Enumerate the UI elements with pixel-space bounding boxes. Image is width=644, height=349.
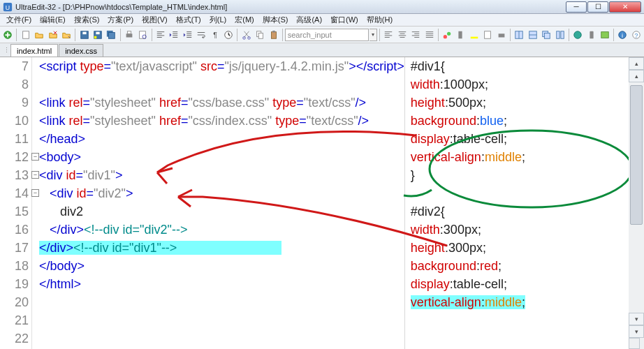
page-setup-icon[interactable] <box>481 28 494 42</box>
menu-column[interactable]: 列(L) <box>206 14 230 26</box>
show-spaces-icon[interactable]: ¶ <box>208 28 221 42</box>
svg-rect-8 <box>94 36 97 38</box>
menu-format[interactable]: 格式(T) <box>173 14 205 26</box>
code-line: <div id="div1"> <box>32 166 404 184</box>
close-button[interactable]: ✕ <box>609 1 641 13</box>
cut-icon[interactable] <box>240 28 252 42</box>
window-hsplit-icon[interactable] <box>527 28 539 42</box>
align-center-icon[interactable] <box>395 28 408 42</box>
word-wrap-icon[interactable] <box>195 28 207 42</box>
menu-file[interactable]: 文件(F) <box>3 14 35 26</box>
separator <box>16 29 17 41</box>
line-number: 8 <box>0 75 31 94</box>
indent-icon[interactable] <box>182 28 194 42</box>
close-file-icon[interactable] <box>46 28 59 42</box>
save-as-icon[interactable] <box>92 28 104 42</box>
line-number: 21 <box>0 311 31 329</box>
new-doc-icon[interactable] <box>19 28 31 42</box>
svg-rect-21 <box>271 31 276 38</box>
datetime-icon[interactable] <box>222 28 235 42</box>
separator <box>569 29 569 41</box>
editor-area: 7 8 9 10 11 12− 13− 14− 15 16 17 18 19 2… <box>0 57 629 349</box>
line-number: 19 <box>0 275 31 293</box>
map-icon[interactable] <box>599 28 611 42</box>
window-title: UltraEdit-32 - [D:\PHPnow\htdocs\Templat… <box>15 3 566 11</box>
globe-icon[interactable] <box>571 28 584 42</box>
search-dropdown-icon[interactable]: ▾ <box>369 29 377 41</box>
svg-rect-5 <box>82 31 86 34</box>
separator <box>438 29 439 41</box>
line-gutter: 7 8 9 10 11 12− 13− 14− 15 16 17 18 19 2… <box>0 57 32 349</box>
minimize-button[interactable]: ─ <box>566 1 587 13</box>
scroll-thumb[interactable] <box>630 85 643 225</box>
highlight-icon[interactable] <box>468 28 481 42</box>
splash-icon[interactable] <box>441 28 453 42</box>
paste-icon[interactable] <box>267 28 279 42</box>
code-left[interactable]: <script type="text/javascript" src="js/j… <box>32 57 404 349</box>
tab-nav-icon[interactable]: ⋮ <box>3 44 10 57</box>
svg-rect-3 <box>22 31 29 38</box>
scroll-down-icon[interactable]: ▾ <box>629 325 644 338</box>
align-left-para-icon[interactable] <box>382 28 395 42</box>
window-tilev-icon[interactable] <box>553 28 566 42</box>
svg-rect-20 <box>258 33 263 38</box>
menu-search[interactable]: 搜索(S) <box>71 14 103 26</box>
menu-view[interactable]: 视图(V) <box>138 14 171 26</box>
css-line: background:blue; <box>405 112 629 130</box>
svg-rect-7 <box>96 31 99 34</box>
about-icon[interactable]: ? <box>630 28 643 42</box>
tab-index-html[interactable]: index.html <box>10 44 58 57</box>
tools-icon[interactable] <box>454 28 467 42</box>
scroll-up-icon[interactable]: ▴ <box>629 57 644 70</box>
separator <box>75 29 75 41</box>
scroll-track[interactable] <box>629 82 644 313</box>
tab-index-css[interactable]: index.css <box>59 44 103 57</box>
code-right[interactable]: #div1{ width:1000px; height:500px; backg… <box>404 57 629 349</box>
menu-script[interactable]: 脚本(S) <box>259 14 292 26</box>
css-line <box>405 184 629 202</box>
copy-icon[interactable] <box>254 28 266 42</box>
svg-point-37 <box>574 31 582 38</box>
align-justify-icon[interactable] <box>423 28 435 42</box>
menu-macro[interactable]: 宏(M) <box>231 14 258 26</box>
code-line <box>32 311 404 329</box>
align-left-icon[interactable] <box>154 28 167 42</box>
css-line: height:300px; <box>405 239 629 257</box>
window-vsplit-icon[interactable] <box>513 28 525 42</box>
svg-rect-36 <box>561 31 564 38</box>
save-all-icon[interactable] <box>105 28 117 42</box>
print-preview-icon[interactable] <box>136 28 149 42</box>
help-icon[interactable]: i <box>616 28 629 42</box>
code-line: <body> <box>32 148 404 166</box>
svg-rect-12 <box>127 31 131 34</box>
vertical-scrollbar[interactable]: ▴ ▴ ▾ ▾ <box>629 57 644 349</box>
print-icon[interactable] <box>123 28 136 42</box>
separator <box>282 29 283 41</box>
separator <box>379 29 380 41</box>
menu-project[interactable]: 方案(P) <box>104 14 137 26</box>
outdent-icon[interactable] <box>168 28 180 42</box>
scroll-up-icon[interactable]: ▴ <box>629 70 644 82</box>
open-quick-icon[interactable] <box>60 28 73 42</box>
open-icon[interactable] <box>33 28 45 42</box>
svg-text:U: U <box>6 3 10 10</box>
css-line: } <box>405 166 629 184</box>
mobile-icon[interactable] <box>585 28 597 42</box>
menu-advanced[interactable]: 高级(A) <box>293 14 325 26</box>
search-input[interactable] <box>285 29 369 41</box>
window-cascade-icon[interactable] <box>540 28 552 42</box>
maximize-button[interactable]: ☐ <box>587 1 608 13</box>
align-right-icon[interactable] <box>409 28 422 42</box>
menu-help[interactable]: 帮助(H) <box>363 14 396 26</box>
menu-edit[interactable]: 编辑(E) <box>36 14 69 26</box>
css-line: #div2{ <box>405 202 629 221</box>
print2-icon[interactable] <box>495 28 508 42</box>
svg-text:¶: ¶ <box>213 30 217 38</box>
separator <box>152 29 152 41</box>
save-icon[interactable] <box>78 28 90 42</box>
code-line <box>32 75 404 94</box>
line-number: 15 <box>0 202 31 221</box>
scroll-down-icon[interactable]: ▾ <box>629 313 644 325</box>
new-file-icon[interactable] <box>1 28 14 42</box>
menu-window[interactable]: 窗口(W) <box>327 14 362 26</box>
